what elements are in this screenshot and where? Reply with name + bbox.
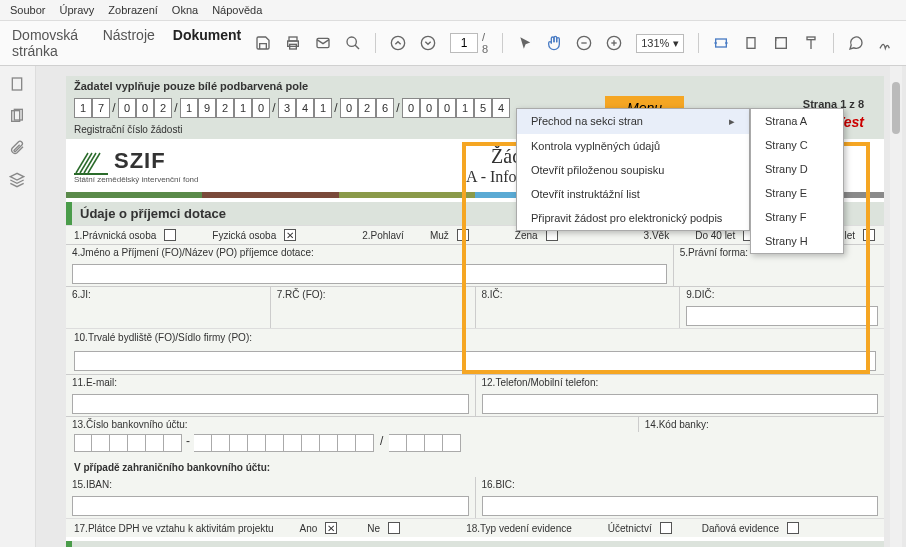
- reg-digit: 7: [92, 98, 110, 118]
- reg-digit: 1: [456, 98, 474, 118]
- page-total: / 8: [482, 31, 488, 55]
- ctx-item[interactable]: Přechod na sekci stran▸: [517, 109, 749, 134]
- ctx-item[interactable]: Otevřít přiloženou soupisku: [517, 158, 749, 182]
- label-dic: 9.DIČ:: [680, 287, 884, 302]
- main-area: Žadatel vyplňuje pouze bílé podbarvená p…: [0, 66, 906, 547]
- reg-digit: 6: [376, 98, 394, 118]
- fullscreen-icon[interactable]: [773, 34, 789, 52]
- menu-edit[interactable]: Úpravy: [59, 4, 94, 16]
- cb-male[interactable]: [457, 229, 469, 241]
- bank-account-boxes[interactable]: - /: [66, 432, 884, 458]
- page-number-input[interactable]: [450, 33, 478, 53]
- reg-digit: 0: [118, 98, 136, 118]
- menubar: Soubor Úpravy Zobrazení Okna Nápověda: [0, 0, 906, 21]
- search-icon[interactable]: [345, 34, 361, 52]
- input-phone[interactable]: [482, 394, 879, 414]
- zoom-select[interactable]: 131%▾: [636, 34, 684, 53]
- ctx-page-item[interactable]: Strany H: [751, 229, 843, 253]
- ctx-page-item[interactable]: Strany C: [751, 133, 843, 157]
- row-dph: 17.Plátce DPH ve vztahu k aktivitám proj…: [66, 518, 884, 537]
- cb-over40[interactable]: [863, 229, 875, 241]
- input-address[interactable]: [74, 351, 876, 371]
- cb-physical[interactable]: [284, 229, 296, 241]
- cb-taxev[interactable]: [787, 522, 799, 534]
- input-email[interactable]: [72, 394, 469, 414]
- reg-digit: 1: [74, 98, 92, 118]
- hand-icon[interactable]: [546, 34, 562, 52]
- label-accounting: Účetnictví: [608, 523, 652, 534]
- cb-yes[interactable]: [325, 522, 337, 534]
- context-menu-main: Přechod na sekci stran▸Kontrola vyplněný…: [516, 108, 750, 231]
- page-down-icon[interactable]: [420, 34, 436, 52]
- scroll-thumb[interactable]: [892, 82, 900, 134]
- reg-digit: 0: [438, 98, 456, 118]
- cb-legal[interactable]: [164, 229, 176, 241]
- svg-rect-18: [807, 37, 815, 40]
- pages-icon[interactable]: [9, 108, 27, 126]
- zoom-out-icon[interactable]: [576, 34, 592, 52]
- tools-icon[interactable]: [803, 34, 819, 52]
- menu-help[interactable]: Nápověda: [212, 4, 262, 16]
- svg-point-7: [421, 36, 434, 49]
- label-evidence: 18.Typ vedení evidence: [466, 523, 572, 534]
- reg-digit: 0: [420, 98, 438, 118]
- zoom-in-icon[interactable]: [606, 34, 622, 52]
- ctx-item[interactable]: Připravit žádost pro elektronický podpis: [517, 206, 749, 230]
- reg-digit: 1: [234, 98, 252, 118]
- fit-width-icon[interactable]: [713, 34, 729, 52]
- svg-rect-13: [716, 39, 727, 47]
- cb-no[interactable]: [388, 522, 400, 534]
- reg-digit: 1: [180, 98, 198, 118]
- label-no: Ne: [367, 523, 380, 534]
- fit-page-icon[interactable]: [743, 34, 759, 52]
- svg-line-5: [355, 45, 359, 49]
- tab-document[interactable]: Dokument: [173, 27, 241, 59]
- menu-view[interactable]: Zobrazení: [108, 4, 158, 16]
- label-legal-person: 1.Právnická osoba: [74, 230, 156, 241]
- szif-logo-subtitle: Státní zemědělský intervenční fond: [74, 175, 199, 184]
- svg-rect-17: [776, 38, 787, 49]
- svg-point-4: [347, 37, 356, 46]
- context-menu-pages: Strana AStrany CStrany DStrany EStrany F…: [750, 108, 844, 254]
- label-male: Muž: [430, 230, 449, 241]
- label-female: Žena: [515, 230, 538, 241]
- ctx-page-item[interactable]: Strany F: [751, 205, 843, 229]
- label-yes: Ano: [300, 523, 318, 534]
- sign-icon[interactable]: [878, 34, 894, 52]
- scrollbar[interactable]: [890, 66, 902, 547]
- reg-digit: 2: [358, 98, 376, 118]
- ctx-item[interactable]: Otevřít instruktážní list: [517, 182, 749, 206]
- input-name[interactable]: [72, 264, 667, 284]
- pointer-icon[interactable]: [517, 34, 532, 52]
- section-project: Specifikace projektu: [66, 541, 884, 547]
- ctx-page-item[interactable]: Strany D: [751, 157, 843, 181]
- ctx-page-item[interactable]: Strany E: [751, 181, 843, 205]
- ctx-item[interactable]: Kontrola vyplněných údajů: [517, 134, 749, 158]
- print-icon[interactable]: [285, 34, 301, 52]
- label-age: 3.Věk: [644, 230, 670, 241]
- save-icon[interactable]: [255, 34, 271, 52]
- label-address: 10.Trvalé bydliště (FO)/Sídlo firmy (PO)…: [66, 328, 884, 346]
- thumbnails-icon[interactable]: [9, 76, 27, 94]
- label-rc: 7.RČ (FO):: [271, 287, 476, 302]
- input-iban[interactable]: [72, 496, 469, 516]
- mail-icon[interactable]: [315, 34, 331, 52]
- input-dic[interactable]: [686, 306, 878, 326]
- attachments-icon[interactable]: [9, 140, 27, 158]
- reg-digit: 1: [314, 98, 332, 118]
- label-foreign-bank: V případě zahraničního bankovního účtu:: [66, 458, 884, 477]
- input-bic[interactable]: [482, 496, 879, 516]
- szif-logo-icon: [74, 147, 108, 175]
- page-up-icon[interactable]: [390, 34, 406, 52]
- menu-windows[interactable]: Okna: [172, 4, 198, 16]
- toolbar: Domovská stránka Nástroje Dokument / 8 1…: [0, 21, 906, 66]
- tab-tools[interactable]: Nástroje: [103, 27, 155, 59]
- cb-accounting[interactable]: [660, 522, 672, 534]
- svg-rect-16: [747, 38, 755, 49]
- layers-icon[interactable]: [9, 172, 27, 190]
- tab-home[interactable]: Domovská stránka: [12, 27, 85, 59]
- comment-icon[interactable]: [848, 34, 864, 52]
- label-bankcode: 14.Kód banky:: [639, 417, 884, 432]
- ctx-page-item[interactable]: Strana A: [751, 109, 843, 133]
- menu-file[interactable]: Soubor: [10, 4, 45, 16]
